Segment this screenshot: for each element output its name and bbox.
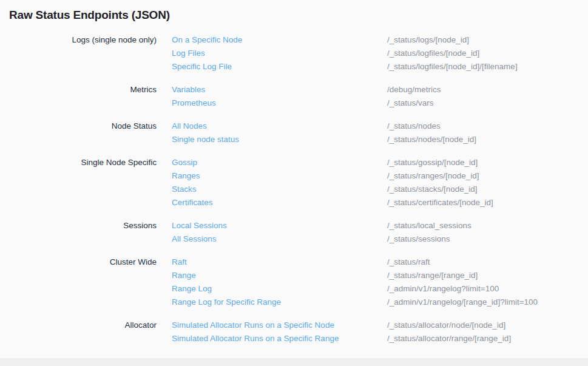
endpoint-link[interactable]: Ranges (172, 169, 372, 183)
endpoint-link[interactable]: Certificates (172, 196, 372, 209)
endpoint-link[interactable]: Stacks (172, 183, 372, 196)
endpoint-link[interactable]: All Sessions (172, 232, 372, 246)
endpoint-group: Logs (single node only) On a Specific No… (0, 33, 588, 73)
endpoint-paths: /debug/metrics/_status/vars (387, 83, 588, 110)
endpoint-path: /_status/logfiles/[node_id] (387, 47, 588, 60)
endpoint-link[interactable]: All Nodes (172, 120, 372, 133)
endpoint-link[interactable]: On a Specific Node (172, 33, 372, 47)
endpoint-path: /_status/range/[range_id] (387, 269, 588, 282)
endpoint-category-label: Cluster Wide (0, 256, 157, 309)
endpoint-paths: /_status/nodes/_status/nodes/[node_id] (387, 120, 588, 146)
endpoint-path: /_admin/v1/rangelog?limit=100 (387, 282, 588, 296)
endpoint-links: VariablesPrometheus (172, 83, 372, 110)
endpoint-links: GossipRangesStacksCertificates (172, 156, 372, 209)
endpoint-group: Sessions Local SessionsAll Sessions /_st… (0, 219, 588, 246)
endpoint-link[interactable]: Range Log (172, 282, 372, 296)
endpoint-path: /_status/raft (387, 256, 588, 269)
endpoint-category-label: Logs (single node only) (0, 33, 157, 73)
endpoint-links: On a Specific NodeLog FilesSpecific Log … (172, 33, 372, 73)
endpoint-link[interactable]: Gossip (172, 156, 372, 169)
endpoint-link[interactable]: Raft (172, 256, 372, 269)
endpoint-links: RaftRangeRange LogRange Log for Specific… (172, 256, 372, 309)
endpoint-link[interactable]: Log Files (172, 47, 372, 60)
endpoint-group: Node Status All NodesSingle node status … (0, 120, 588, 146)
endpoint-path: /_status/sessions (387, 232, 588, 246)
endpoint-link[interactable]: Range Log for Specific Range (172, 296, 372, 309)
endpoint-path: /_status/certificates/[node_id] (387, 196, 588, 209)
endpoint-paths: /_status/allocator/node/[node_id]/_statu… (387, 319, 588, 345)
endpoint-category-label: Allocator (0, 319, 157, 345)
endpoint-group: Cluster Wide RaftRangeRange LogRange Log… (0, 256, 588, 309)
endpoint-path: /_status/allocator/range/[range_id] (387, 332, 588, 345)
page-title: Raw Status Endpoints (JSON) (9, 8, 588, 22)
endpoint-path: /_status/logfiles/[node_id]/[filename] (387, 60, 588, 73)
endpoint-group: Single Node Specific GossipRangesStacksC… (0, 156, 588, 209)
endpoint-path: /_status/ranges/[node_id] (387, 169, 588, 183)
endpoint-category-label: Single Node Specific (0, 156, 157, 209)
endpoint-paths: /_status/raft/_status/range/[range_id]/_… (387, 256, 588, 309)
endpoint-path: /_status/vars (387, 97, 588, 110)
endpoint-link[interactable]: Single node status (172, 133, 372, 146)
endpoint-link[interactable]: Variables (172, 83, 372, 97)
endpoint-group: Metrics VariablesPrometheus /debug/metri… (0, 83, 588, 110)
endpoint-path: /_status/logs/[node_id] (387, 33, 588, 47)
endpoint-category-label: Sessions (0, 219, 157, 246)
endpoint-link[interactable]: Range (172, 269, 372, 282)
endpoint-category-label: Node Status (0, 120, 157, 146)
endpoint-link[interactable]: Local Sessions (172, 219, 372, 232)
endpoints-table: Logs (single node only) On a Specific No… (0, 33, 588, 345)
endpoint-path: /_status/stacks/[node_id] (387, 183, 588, 196)
endpoint-paths: /_status/logs/[node_id]/_status/logfiles… (387, 33, 588, 73)
endpoint-link[interactable]: Prometheus (172, 97, 372, 110)
endpoint-paths: /_status/gossip/[node_id]/_status/ranges… (387, 156, 588, 209)
endpoint-path: /_status/nodes (387, 120, 588, 133)
endpoint-path: /debug/metrics (387, 83, 588, 97)
endpoint-group: Allocator Simulated Allocator Runs on a … (0, 319, 588, 345)
endpoint-links: All NodesSingle node status (172, 120, 372, 146)
endpoint-link[interactable]: Simulated Allocator Runs on a Specific N… (172, 319, 372, 332)
endpoint-links: Local SessionsAll Sessions (172, 219, 372, 246)
endpoint-path: /_status/nodes/[node_id] (387, 133, 588, 146)
endpoint-path: /_status/local_sessions (387, 219, 588, 232)
endpoint-path: /_status/allocator/node/[node_id] (387, 319, 588, 332)
footer-strip (0, 358, 588, 366)
endpoint-category-label: Metrics (0, 83, 157, 110)
endpoint-link[interactable]: Specific Log File (172, 60, 372, 73)
endpoint-paths: /_status/local_sessions/_status/sessions (387, 219, 588, 246)
endpoint-path: /_admin/v1/rangelog/[range_id]?limit=100 (387, 296, 588, 309)
endpoint-link[interactable]: Simulated Allocator Runs on a Specific R… (172, 332, 372, 345)
endpoint-links: Simulated Allocator Runs on a Specific N… (172, 319, 372, 345)
endpoint-path: /_status/gossip/[node_id] (387, 156, 588, 169)
